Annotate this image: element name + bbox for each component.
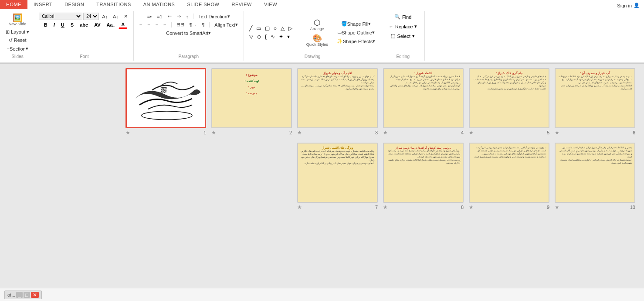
tab-view[interactable]: VIEW [258, 0, 283, 9]
slide-item-4[interactable]: اقتصاد شیراز : اقتصاد شیراز بر پایه صنعت… [383, 68, 464, 136]
layout-button[interactable]: ⊞ Layout ▾ [3, 28, 31, 36]
font-group-content: Calibri 24 A↑ A↓ ✕ B I U S abc AV Aa↓ [39, 13, 130, 52]
more-shape[interactable]: ▾ [285, 33, 291, 41]
italic-button[interactable]: I [51, 21, 58, 28]
minimize-button[interactable]: _ [16, 292, 23, 298]
slide-inner-6: آب شیراز و مصرف آن : متن نمونه درباره آب… [556, 69, 634, 127]
group-drawing: ╱ ▭ ▢ ○ △ ▷ ▽ ◇ { ∿ ✦ ▾ [244, 11, 381, 61]
reset-button[interactable]: ↺ Reset [7, 37, 29, 44]
case-button[interactable]: Aa↓ [104, 21, 118, 28]
sign-in-area[interactable]: Sign in 👤 [617, 3, 640, 8]
slide-number-1: 1 [203, 130, 206, 135]
find-label: Find [402, 14, 411, 20]
bold-button[interactable]: B [41, 21, 50, 28]
align-left-button[interactable]: ≡ [137, 21, 144, 28]
align-right-button[interactable]: ≡ [153, 21, 160, 28]
replace-button[interactable]: ↔ Replace ▾ [386, 22, 420, 31]
slide-body-5: جاذبه‌های طبیعی و تاریخی شیراز در این اس… [472, 75, 546, 90]
slide-body-7: ویژگی‌های اقلیمی شیراز با توجه به موقعیت… [301, 150, 374, 165]
char-spacing-button[interactable]: AV [92, 21, 103, 28]
tab-review[interactable]: REVIEW [226, 0, 258, 9]
shadow-button[interactable]: abc [77, 21, 91, 28]
paragraph-direction-button[interactable]: ¶→ [187, 21, 199, 28]
strikethrough-button[interactable]: S [68, 21, 76, 28]
find-button[interactable]: 🔍 Find [391, 13, 414, 21]
slide-number-row-10: ★ 10 [555, 204, 635, 210]
underline-button[interactable]: U [58, 21, 67, 28]
slide-item-5[interactable]: جاذبگری خاک شیراز : جاذبه‌های طبیعی و تا… [469, 68, 549, 136]
slide-item-9[interactable]: تنوع زیستی و پوشش گیاهی منطقه شیراز در ا… [469, 143, 549, 210]
new-slide-button[interactable]: 🖼️ New Slide [6, 13, 30, 27]
clear-format-button[interactable]: ✕ [122, 13, 130, 20]
slide-number-4: 4 [461, 130, 464, 135]
slide-item-2[interactable]: موضوع : تهیه کننده : دبیر : مدرسه : ★ 2 [211, 68, 292, 136]
shape-fill-button[interactable]: 🪣 Shape Fill ▾ [335, 20, 377, 27]
star-shape[interactable]: ✦ [277, 33, 285, 41]
justify-button[interactable]: ≡ [161, 21, 168, 28]
select-button[interactable]: ⬚ Select ▾ [388, 32, 418, 40]
align-row: ≡ ≡ ≡ ≡ ⊟⊟ ¶→ ¶ Align Text ▾ [137, 21, 240, 28]
line-spacing-button[interactable]: ↕ [184, 13, 191, 20]
tab-slideshow[interactable]: SLIDE SHOW [181, 0, 225, 9]
font-family-select[interactable]: Calibri [39, 13, 82, 20]
shape-effects-button[interactable]: ✨ Shape Effects ▾ [335, 38, 377, 45]
person-icon: 👤 [634, 3, 640, 8]
align-center-button[interactable]: ≡ [145, 21, 152, 28]
close-button[interactable]: ✕ [31, 292, 39, 298]
slide-body-6: متن نمونه درباره آب شیراز و مصرف آن در ا… [558, 75, 632, 90]
circle-shape[interactable]: ○ [272, 24, 278, 32]
tab-transitions[interactable]: TRANSITIONS [90, 0, 137, 9]
slide-inner-5: جاذبگری خاک شیراز : جاذبه‌های طبیعی و تا… [470, 69, 549, 127]
taskbar-app-item[interactable]: ot... _ □ ✕ [4, 291, 42, 299]
quick-styles-button[interactable]: 🎨 Quick Styles [303, 33, 331, 48]
curve-shape[interactable]: ∿ [269, 33, 277, 41]
brace-shape[interactable]: { [263, 33, 268, 41]
font-group-label: Font [80, 52, 88, 59]
text-direction-button[interactable]: Text Direction ▾ [196, 13, 232, 20]
slide-item-6[interactable]: آب شیراز و مصرف آن : متن نمونه درباره آب… [555, 68, 635, 136]
font-size-select[interactable]: 24 [83, 13, 99, 20]
slide-item-3[interactable]: اقلیم آب و هوای شیراز آب و هوای شیراز از… [297, 68, 378, 136]
star-icon-2: ★ [211, 130, 216, 136]
shape-fill-area: 🪣 Shape Fill ▾ ▭ Shape Outline ▾ ✨ Shape… [335, 20, 377, 45]
arrange-button[interactable]: ⬡ Arrange [303, 17, 331, 32]
down-arrow-shape[interactable]: ▽ [247, 33, 255, 41]
bullet-list-button[interactable]: ≡• [145, 13, 154, 20]
increase-font-button[interactable]: A↑ [100, 13, 110, 20]
paragraph-settings-button[interactable]: ¶ [200, 21, 207, 28]
increase-indent-button[interactable]: ⇒ [175, 13, 183, 20]
rounded-rect-shape[interactable]: ▢ [263, 24, 271, 32]
editing-group-content: 🔍 Find ↔ Replace ▾ ⬚ Select ▾ [386, 13, 420, 52]
slide-row-1: آب شیراز و مصرف آن : متن نمونه درباره آب… [9, 68, 635, 136]
slide-number-row-7: ★ 7 [297, 204, 378, 210]
section-row: ≡ Section ▾ [5, 45, 31, 52]
right-arrow-shape[interactable]: ▷ [287, 24, 294, 32]
group-slides: 🖼️ New Slide ⊞ Layout ▾ ↺ Reset ≡ Sectio… [0, 11, 35, 61]
diamond-shape[interactable]: ◇ [255, 33, 263, 41]
line-shape[interactable]: ╱ [247, 24, 254, 32]
triangle-shape[interactable]: △ [279, 24, 286, 32]
decrease-indent-button[interactable]: ⇐ [166, 13, 174, 20]
numbered-list-button[interactable]: ≡1 [155, 13, 165, 20]
maximize-button[interactable]: □ [24, 292, 30, 298]
tab-insert[interactable]: INSERT [27, 0, 58, 9]
section-button[interactable]: ≡ Section ▾ [5, 45, 31, 52]
shape-outline-label: Shape Outline [342, 30, 372, 35]
slide-item-7[interactable]: ویژگی های اقلیمی شیراز ویژگی‌های اقلیمی … [297, 143, 378, 210]
tab-design[interactable]: DESIGN [58, 0, 90, 9]
slide-item-8[interactable]: بررسی زمینه کوه‌ها و آبراهه‌ها در میان ز… [383, 143, 464, 210]
decrease-font-button[interactable]: A↓ [111, 13, 121, 20]
columns-button[interactable]: ⊟⊟ [174, 21, 186, 28]
shape-outline-button[interactable]: ▭ Shape Outline ▾ [335, 29, 377, 36]
rect-shape[interactable]: ▭ [254, 24, 263, 32]
convert-smartart-button[interactable]: Convert to SmartArt ▾ [164, 29, 213, 37]
tab-animations[interactable]: ANIMATIONS [137, 0, 181, 9]
slide-item-1[interactable]: ﷽ ★ 1 [125, 68, 206, 136]
slide-title-3: اقلیم آب و هوای شیراز [301, 72, 374, 75]
slide-thumb-7: ویژگی های اقلیمی شیراز ویژگی‌های اقلیمی … [297, 143, 378, 203]
slide-number-5: 5 [547, 130, 549, 135]
tab-home[interactable]: HOME [0, 0, 27, 9]
slide-item-10[interactable]: بخشی از اطلاعات جغرافیایی و فرهنگی شیراز… [555, 143, 635, 210]
align-text-button[interactable]: Align Text ▾ [212, 21, 240, 28]
font-color-button[interactable]: A [119, 21, 127, 29]
